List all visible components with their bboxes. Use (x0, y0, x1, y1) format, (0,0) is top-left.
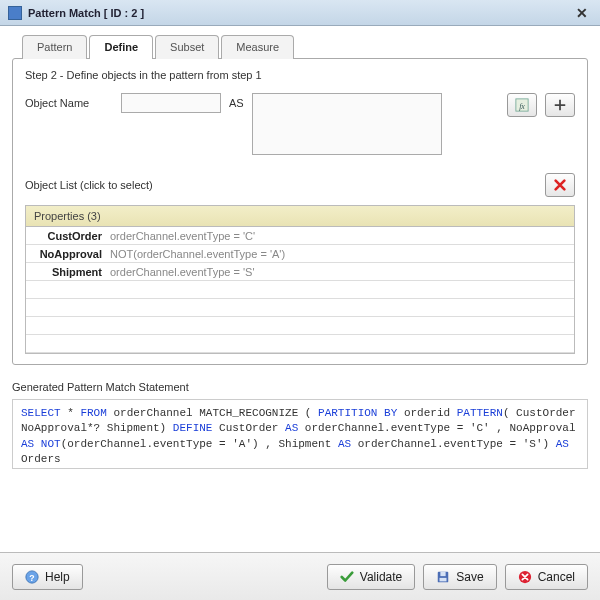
help-label: Help (45, 570, 70, 584)
row-expr: NOT(orderChannel.eventType = 'A') (110, 248, 574, 260)
fx-icon: fx (515, 98, 529, 112)
svg-rect-5 (441, 571, 446, 575)
grid-row-empty (26, 281, 574, 299)
help-icon: ? (25, 570, 39, 584)
generated-statement-box: SELECT * FROM orderChannel MATCH_RECOGNI… (12, 399, 588, 469)
svg-text:?: ? (29, 572, 34, 582)
expression-textarea[interactable] (252, 93, 442, 155)
delete-icon (553, 178, 567, 192)
dialog-body: Pattern Define Subset Measure Step 2 - D… (0, 26, 600, 552)
tab-pattern[interactable]: Pattern (22, 35, 87, 59)
object-list-header: Object List (click to select) (25, 173, 575, 197)
add-button[interactable] (545, 93, 575, 117)
row-name: CustOrder (26, 230, 110, 242)
dialog-title: Pattern Match [ ID : 2 ] (28, 7, 144, 19)
pattern-match-dialog: Pattern Match [ ID : 2 ] ✕ Pattern Defin… (0, 0, 600, 600)
row-name: NoApproval (26, 248, 110, 260)
as-label: AS (229, 93, 244, 109)
grid-header: Properties (3) (26, 206, 574, 227)
svg-rect-6 (440, 577, 447, 581)
row-expr: orderChannel.eventType = 'S' (110, 266, 574, 278)
validate-button[interactable]: Validate (327, 564, 415, 590)
grid-row-empty (26, 317, 574, 335)
check-icon (340, 570, 354, 584)
title-bar: Pattern Match [ ID : 2 ] ✕ (0, 0, 600, 26)
object-name-input[interactable] (121, 93, 221, 113)
grid-row[interactable]: CustOrder orderChannel.eventType = 'C' (26, 227, 574, 245)
object-definition-row: Object Name AS fx (25, 93, 575, 155)
tab-measure[interactable]: Measure (221, 35, 294, 59)
cancel-label: Cancel (538, 570, 575, 584)
dialog-footer: ? Help Validate Save Cancel (0, 552, 600, 600)
delete-button[interactable] (545, 173, 575, 197)
tab-subset[interactable]: Subset (155, 35, 219, 59)
expression-builder-button[interactable]: fx (507, 93, 537, 117)
cancel-icon (518, 570, 532, 584)
cancel-button[interactable]: Cancel (505, 564, 588, 590)
svg-text:fx: fx (519, 102, 525, 111)
step-label: Step 2 - Define objects in the pattern f… (25, 69, 575, 81)
help-button[interactable]: ? Help (12, 564, 83, 590)
validate-label: Validate (360, 570, 402, 584)
save-icon (436, 570, 450, 584)
plus-icon (553, 98, 567, 112)
app-icon (8, 6, 22, 20)
tab-define[interactable]: Define (89, 35, 153, 59)
close-button[interactable]: ✕ (572, 5, 592, 21)
save-label: Save (456, 570, 483, 584)
grid-row[interactable]: NoApproval NOT(orderChannel.eventType = … (26, 245, 574, 263)
grid-row-empty (26, 299, 574, 317)
tab-panel-define: Step 2 - Define objects in the pattern f… (12, 58, 588, 365)
object-list-title: Object List (click to select) (25, 179, 153, 191)
grid-row-empty (26, 335, 574, 353)
object-list-grid: Properties (3) CustOrder orderChannel.ev… (25, 205, 575, 354)
grid-row[interactable]: Shipment orderChannel.eventType = 'S' (26, 263, 574, 281)
generated-statement-label: Generated Pattern Match Statement (12, 381, 588, 393)
object-name-label: Object Name (25, 93, 113, 109)
row-expr: orderChannel.eventType = 'C' (110, 230, 574, 242)
tab-strip: Pattern Define Subset Measure (12, 34, 588, 58)
save-button[interactable]: Save (423, 564, 496, 590)
row-name: Shipment (26, 266, 110, 278)
